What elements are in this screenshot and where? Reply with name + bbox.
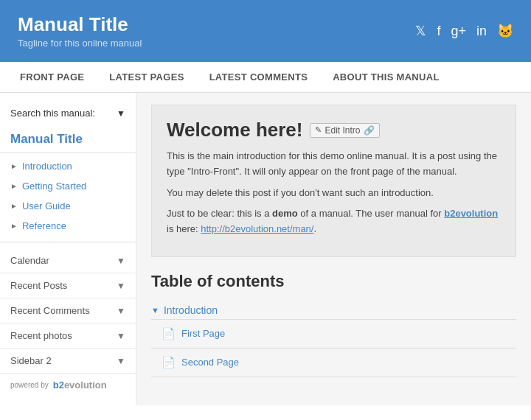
arrow-icon: ► xyxy=(10,182,18,190)
search-chevron-icon: ▼ xyxy=(117,108,125,119)
github-icon[interactable]: 🐱 xyxy=(497,23,513,39)
toc-arrow-icon: ▼ xyxy=(151,306,159,315)
welcome-box: Welcome here! ✎ Edit Intro 🔗 This is the… xyxy=(151,105,516,257)
widget-label: Sidebar 2 xyxy=(10,355,52,366)
b2evolution-link[interactable]: b2evolution xyxy=(444,208,498,219)
welcome-para-2: You may delete this post if you don't wa… xyxy=(167,186,501,201)
main-content: Welcome here! ✎ Edit Intro 🔗 This is the… xyxy=(136,93,531,405)
header: Manual Title Tagline for this online man… xyxy=(0,0,531,62)
welcome-header: Welcome here! ✎ Edit Intro 🔗 xyxy=(167,119,501,141)
sidebar-widgets: Calendar ▼ Recent Posts ▼ Recent Comment… xyxy=(0,248,136,374)
search-label: Search this manual: xyxy=(10,108,95,119)
powered-by-label: powered by xyxy=(10,381,49,389)
welcome-para-1: This is the main introduction for this d… xyxy=(167,149,501,180)
header-branding: Manual Title Tagline for this online man… xyxy=(18,13,142,49)
site-tagline: Tagline for this online manual xyxy=(18,38,142,49)
sidebar-item-reference[interactable]: ► Reference xyxy=(0,216,136,236)
document-icon: 📄 xyxy=(162,327,176,340)
chevron-down-icon: ▼ xyxy=(117,356,125,366)
sidebar-item-label: Reference xyxy=(22,220,66,231)
sidebar-footer: powered by b2evolution xyxy=(0,374,136,396)
share-icon: 🔗 xyxy=(364,125,375,136)
toc-item-label: Second Page xyxy=(181,357,239,368)
widget-recent-photos[interactable]: Recent photos ▼ xyxy=(0,323,136,349)
chevron-down-icon: ▼ xyxy=(117,331,125,341)
widget-label: Recent Posts xyxy=(10,280,67,291)
welcome-title: Welcome here! xyxy=(167,119,302,141)
sidebar-item-label: Introduction xyxy=(22,161,72,172)
facebook-icon[interactable]: f xyxy=(437,24,440,39)
chevron-down-icon: ▼ xyxy=(117,256,125,266)
pencil-icon: ✎ xyxy=(315,125,322,135)
nav-latest-pages[interactable]: LATEST PAGES xyxy=(97,62,196,92)
toc-item-first-page[interactable]: 📄 First Page xyxy=(151,320,516,349)
twitter-icon[interactable]: 𝕏 xyxy=(415,23,426,39)
sidebar-item-getting-started[interactable]: ► Getting Started xyxy=(0,176,136,196)
toc-item-second-page[interactable]: 📄 Second Page xyxy=(151,349,516,377)
search-box[interactable]: Search this manual: ▼ xyxy=(0,102,136,125)
edit-label: Edit Intro xyxy=(324,125,360,136)
edit-intro-button[interactable]: ✎ Edit Intro 🔗 xyxy=(310,123,379,138)
toc-introduction-header[interactable]: ▼ Introduction xyxy=(151,301,516,319)
arrow-icon: ► xyxy=(10,202,18,210)
chevron-down-icon: ▼ xyxy=(117,281,125,291)
brand-logo: b2evolution xyxy=(53,379,107,391)
toc-items: 📄 First Page 📄 Second Page xyxy=(151,319,516,377)
nav-front-page[interactable]: FRONT PAGE xyxy=(7,62,97,92)
sidebar: Search this manual: ▼ Manual Title ► Int… xyxy=(0,93,136,405)
page-layout: Search this manual: ▼ Manual Title ► Int… xyxy=(0,93,531,405)
sidebar-item-introduction[interactable]: ► Introduction xyxy=(0,156,136,176)
sidebar-nav: ► Introduction ► Getting Started ► User … xyxy=(0,156,136,236)
social-icons: 𝕏 f g+ in 🐱 xyxy=(415,23,513,39)
sidebar-manual-title: Manual Title xyxy=(0,125,136,153)
sidebar-item-label: Getting Started xyxy=(22,181,86,192)
chevron-down-icon: ▼ xyxy=(117,306,125,316)
document-icon: 📄 xyxy=(162,356,176,369)
welcome-para-3: Just to be clear: this is a demo of a ma… xyxy=(167,206,501,237)
table-of-contents: Table of contents ▼ Introduction 📄 First… xyxy=(151,272,516,377)
widget-recent-comments[interactable]: Recent Comments ▼ xyxy=(0,298,136,323)
site-title: Manual Title xyxy=(18,13,142,36)
sidebar-item-user-guide[interactable]: ► User Guide xyxy=(0,196,136,216)
nav-about-manual[interactable]: ABOUT THIS MANUAL xyxy=(320,62,451,92)
widget-label: Recent Comments xyxy=(10,305,90,316)
toc-section-introduction: ▼ Introduction 📄 First Page 📄 Second Pag… xyxy=(151,301,516,377)
nav-latest-comments[interactable]: LATEST COMMENTS xyxy=(197,62,321,92)
widget-sidebar2[interactable]: Sidebar 2 ▼ xyxy=(0,349,136,374)
arrow-icon: ► xyxy=(10,222,18,230)
widget-label: Recent photos xyxy=(10,330,72,341)
demo-bold: demo xyxy=(272,208,298,219)
main-nav: FRONT PAGE LATEST PAGES LATEST COMMENTS … xyxy=(0,62,531,93)
googleplus-icon[interactable]: g+ xyxy=(451,24,466,39)
toc-section-label: Introduction xyxy=(164,304,218,316)
toc-title: Table of contents xyxy=(151,272,516,291)
manual-url[interactable]: http://b2evolution.net/man/ xyxy=(201,223,313,234)
linkedin-icon[interactable]: in xyxy=(476,24,487,39)
arrow-icon: ► xyxy=(10,162,18,170)
toc-item-label: First Page xyxy=(181,328,225,339)
widget-calendar[interactable]: Calendar ▼ xyxy=(0,248,136,273)
sidebar-divider xyxy=(0,242,136,242)
widget-recent-posts[interactable]: Recent Posts ▼ xyxy=(0,273,136,298)
widget-label: Calendar xyxy=(10,255,49,266)
sidebar-item-label: User Guide xyxy=(22,200,71,211)
